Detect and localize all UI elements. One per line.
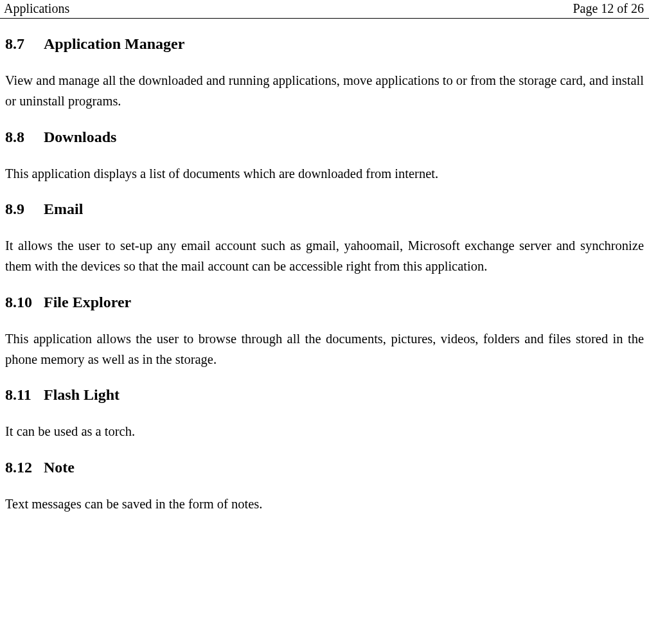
page-header: Applications Page 12 of 26 — [0, 0, 649, 19]
section-title: Downloads — [44, 129, 116, 146]
section-title: Email — [44, 201, 83, 218]
section-body-8-7: View and manage all the downloaded and r… — [5, 71, 644, 112]
page-content: 8.7 Application Manager View and manage … — [0, 35, 649, 515]
section-body-8-8: This application displays a list of docu… — [5, 164, 644, 184]
section-number: 8.9 — [5, 201, 44, 218]
section-body-8-9: It allows the user to set-up any email a… — [5, 236, 644, 277]
section-body-8-10: This application allows the user to brow… — [5, 329, 644, 370]
section-heading-8-11: 8.11 Flash Light — [5, 386, 644, 404]
section-heading-8-9: 8.9 Email — [5, 201, 644, 218]
header-title: Applications — [4, 1, 69, 16]
section-heading-8-8: 8.8 Downloads — [5, 129, 644, 146]
section-number: 8.11 — [5, 386, 44, 404]
section-number: 8.8 — [5, 129, 44, 146]
section-number: 8.12 — [5, 459, 44, 476]
section-title: Flash Light — [44, 386, 120, 404]
section-number: 8.10 — [5, 294, 44, 311]
section-number: 8.7 — [5, 35, 44, 53]
section-title: Note — [44, 459, 75, 476]
section-title: File Explorer — [44, 294, 131, 311]
header-page-info: Page 12 of 26 — [573, 1, 644, 16]
section-body-8-11: It can be used as a torch. — [5, 422, 644, 442]
section-heading-8-12: 8.12 Note — [5, 459, 644, 476]
section-title: Application Manager — [44, 35, 184, 53]
section-body-8-12: Text messages can be saved in the form o… — [5, 494, 644, 515]
section-heading-8-10: 8.10 File Explorer — [5, 294, 644, 311]
section-heading-8-7: 8.7 Application Manager — [5, 35, 644, 53]
